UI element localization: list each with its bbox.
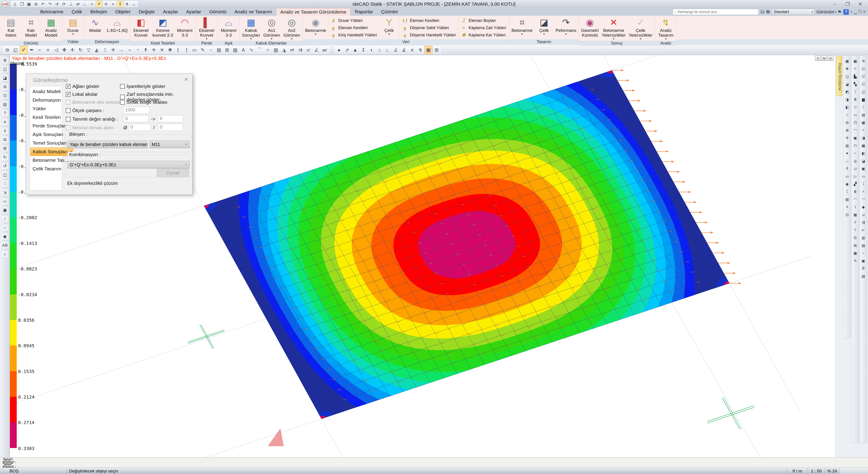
right-tool-icon[interactable]: ⌗: [852, 66, 858, 72]
side-tool-icon[interactable]: ⊞: [1, 145, 9, 152]
right-tool-icon[interactable]: ◩: [844, 89, 850, 95]
kombinasyon-dropdown[interactable]: G'+Q'+Ex-0.3Ey+0.3Ez: [67, 161, 190, 168]
qat-tool-icon[interactable]: ↶: [39, 1, 46, 7]
qat-tool-icon[interactable]: ⌄: [131, 1, 137, 7]
ribbon-small-item[interactable]: g Eleman Kesitleri: [330, 25, 377, 31]
ribbon-button[interactable]: ▌ Eksenel Kuvvet ▼: [197, 17, 216, 41]
qat-tool-icon[interactable]: ⌗: [89, 1, 95, 7]
gorsellestirme-dialog[interactable]: Görselleştirme ✕ Analiz Modeli Deformasy…: [26, 74, 193, 195]
qat-tool-icon[interactable]: ↯: [124, 1, 130, 7]
side-tool-icon[interactable]: ⇲: [1, 189, 9, 196]
tool-icon[interactable]: ⇉: [296, 46, 304, 54]
ribbon-small-item[interactable]: g Döşeme Sabit Yükleri: [401, 25, 456, 31]
side-tool-icon[interactable]: ↻: [1, 153, 9, 161]
qat-tool-icon[interactable]: ⟳: [61, 1, 67, 7]
qat-tool-icon[interactable]: ▣: [26, 1, 32, 7]
mdi-restore-button[interactable]: ❐: [858, 10, 861, 14]
side-tool-icon[interactable]: ≣: [1, 57, 9, 64]
side-tool-icon[interactable]: ◫: [1, 171, 9, 179]
right-tool-icon[interactable]: ⌗: [860, 189, 866, 194]
tool-icon[interactable]: ◔: [133, 46, 142, 54]
ribbon-small-item[interactable]: q Kiriş Hareketli Yükleri: [330, 32, 377, 38]
ribbon-button[interactable]: ↷ Peformans ▼: [555, 17, 578, 39]
right-tool-icon[interactable]: ▭: [844, 173, 850, 179]
tool-icon[interactable]: ▭: [191, 46, 198, 54]
right-tool-icon[interactable]: ⌂: [844, 112, 850, 118]
tool-icon[interactable]: ⊖: [3, 46, 11, 54]
ribbon-small-item[interactable]: ≈ Kaplama Zati Yükleri: [460, 25, 506, 31]
tool-icon[interactable]: A: [239, 46, 247, 54]
side-tool-icon[interactable]: ⌐: [1, 224, 9, 231]
tool-icon[interactable]: ▲: [351, 46, 359, 54]
right-tool-icon[interactable]: ⊔: [852, 166, 858, 171]
right-tool-icon[interactable]: B: [860, 265, 866, 271]
right-tool-icon[interactable]: ▤: [860, 273, 866, 279]
right-tool-icon[interactable]: ⧉: [860, 58, 866, 64]
right-tool-icon[interactable]: ◎: [852, 158, 858, 164]
tool-icon[interactable]: ▦: [425, 46, 432, 54]
right-tool-icon[interactable]: ∏: [852, 120, 858, 125]
ribbon-small-item[interactable]: q Döşeme Hareketli Yükleri: [401, 32, 456, 38]
right-tool-icon[interactable]: ✎: [852, 258, 858, 264]
dialog-nav-item[interactable]: Deformasyon: [30, 96, 62, 104]
right-tool-icon[interactable]: ◫: [844, 73, 850, 79]
aralik-min-field[interactable]: 0: [123, 115, 149, 122]
tool-icon[interactable]: ▽: [85, 46, 93, 54]
side-tool-icon[interactable]: ∕: [1, 215, 9, 223]
ribbon-small-item[interactable]: I I Eleman Kesitleri: [401, 18, 456, 24]
tool-icon[interactable]: ✕: [158, 46, 166, 54]
right-tool-icon[interactable]: ⌐: [860, 250, 866, 256]
checkbox-icon[interactable]: [66, 108, 70, 113]
qat-tool-icon[interactable]: ↷: [46, 1, 53, 7]
menu-tab[interactable]: Çelik: [68, 8, 86, 16]
ribbon-button[interactable]: ◎ As1 Görünen ▼: [262, 17, 281, 41]
tool-icon[interactable]: ∧: [408, 46, 416, 54]
right-tool-icon[interactable]: ✛: [844, 135, 850, 141]
checkbox-isaretleriyle[interactable]: İşaretleriyle göster: [120, 84, 165, 89]
right-tool-icon[interactable]: ⊞: [852, 243, 858, 248]
right-tool-icon[interactable]: ▽: [852, 104, 858, 110]
side-tool-icon[interactable]: ⌕: [1, 250, 9, 258]
right-tool-icon[interactable]: ⌐: [852, 150, 858, 156]
tool-icon[interactable]: ㎡: [305, 46, 312, 54]
right-tool-icon[interactable]: ▥: [844, 143, 850, 149]
side-tool-icon[interactable]: ◉: [1, 233, 9, 240]
menu-tab[interactable]: Objeler: [111, 8, 135, 16]
right-tool-icon[interactable]: ▤: [860, 112, 866, 118]
right-tool-icon[interactable]: ◫: [860, 89, 866, 95]
right-tool-icon[interactable]: ⌗: [860, 127, 866, 133]
view-plane-button[interactable]: N: [822, 56, 827, 61]
right-tool-icon[interactable]: ⊓: [852, 143, 858, 149]
ribbon-button[interactable]: ◉ Geometri Kontrolü: [580, 17, 600, 41]
checkbox-icon[interactable]: [120, 84, 125, 89]
bilesen-dropdown[interactable]: Yapı ile beraber çözülen kabuk elemanlar…: [67, 140, 147, 148]
right-tool-icon[interactable]: ◪: [860, 158, 866, 164]
tool-icon[interactable]: ⇗: [343, 46, 351, 54]
ribbon-button[interactable]: ⌓ Moment 3-3: [219, 17, 238, 41]
right-tool-icon[interactable]: ◧: [860, 150, 866, 156]
ribbon-button[interactable]: ◩ Kesme kuvveti 2-2: [151, 17, 174, 41]
dialog-nav-item[interactable]: Betonarme Tas...: [30, 156, 62, 164]
qat-tool-icon[interactable]: ↺: [54, 1, 60, 7]
tool-icon[interactable]: ↻: [76, 46, 85, 54]
qat-tool-icon[interactable]: ⊥: [68, 1, 74, 7]
status-zoom[interactable]: % 24: [825, 468, 839, 474]
ribbon-button[interactable]: ▦ Analiz Modeli: [41, 17, 61, 41]
checkbox-lokal-akslar[interactable]: Lokal akslar: [66, 92, 98, 97]
ribbon-small-item[interactable]: ⌶ Eleman Boyları: [460, 18, 506, 24]
ribbon-button[interactable]: ◠ Moment 3-3: [175, 17, 194, 41]
right-tool-icon[interactable]: ▩: [852, 58, 858, 64]
tool-icon[interactable]: ⇌: [288, 46, 296, 54]
right-tool-icon[interactable]: ◆: [860, 204, 866, 210]
ribbon-button[interactable]: ↯ Analiz Tasarım ▼: [656, 17, 676, 41]
right-tool-icon[interactable]: ▥: [860, 235, 866, 241]
right-tool-icon[interactable]: ⊡: [844, 212, 850, 218]
right-tool-icon[interactable]: ☑: [860, 81, 866, 87]
menu-tab[interactable]: Analiz ve Tasarım: [230, 8, 276, 16]
tool-icon[interactable]: ○: [264, 46, 272, 54]
tool-icon[interactable]: ❋: [166, 46, 174, 54]
menu-tab[interactable]: Araçlar: [159, 8, 182, 16]
status-unit[interactable]: tf / m: [787, 468, 808, 474]
checkbox-icon[interactable]: [120, 100, 125, 105]
ribbon-button-betonarme-veri[interactable]: ◉ Betonarme ▼: [304, 17, 327, 39]
